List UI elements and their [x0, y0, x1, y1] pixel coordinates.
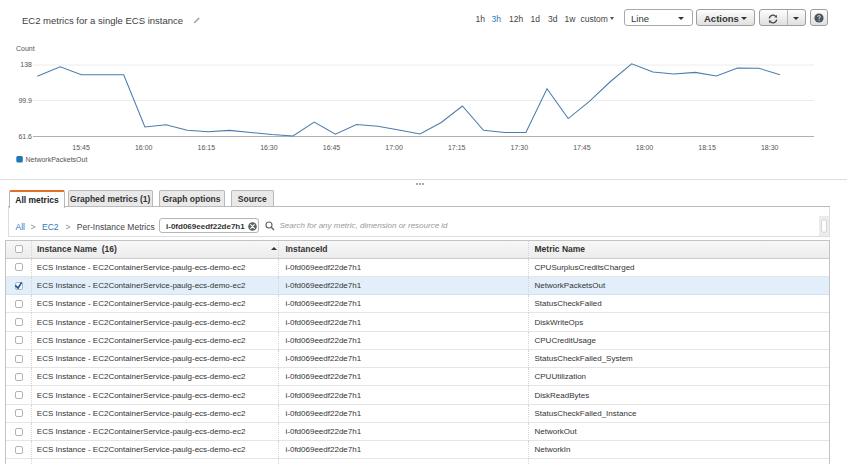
svg-text:18:00: 18:00 — [636, 144, 654, 151]
svg-text:99.9: 99.9 — [18, 97, 32, 104]
svg-text:16:30: 16:30 — [260, 144, 278, 151]
svg-text:Count: Count — [16, 45, 35, 52]
svg-text:15:45: 15:45 — [72, 144, 90, 151]
svg-text:17:45: 17:45 — [573, 144, 591, 151]
svg-text:17:30: 17:30 — [511, 144, 529, 151]
svg-text:16:45: 16:45 — [323, 144, 341, 151]
svg-text:18:15: 18:15 — [698, 144, 716, 151]
svg-text:16:15: 16:15 — [198, 144, 216, 151]
svg-text:16:00: 16:00 — [135, 144, 153, 151]
svg-text:61.6: 61.6 — [18, 133, 32, 140]
svg-text:NetworkPacketsOut: NetworkPacketsOut — [26, 156, 88, 163]
svg-text:138: 138 — [20, 61, 32, 68]
svg-text:17:00: 17:00 — [385, 144, 403, 151]
svg-text:18:30: 18:30 — [761, 144, 779, 151]
svg-text:17:15: 17:15 — [448, 144, 466, 151]
